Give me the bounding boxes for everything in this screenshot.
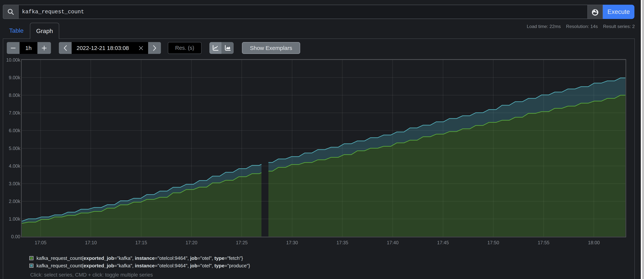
svg-text:17:30: 17:30 [286,240,298,245]
svg-text:4.00k: 4.00k [9,163,20,169]
svg-text:17:55: 17:55 [538,240,550,245]
svg-text:2.00k: 2.00k [9,199,20,204]
svg-text:1.00k: 1.00k [9,216,20,222]
svg-text:10.00k: 10.00k [6,57,20,62]
svg-text:17:05: 17:05 [35,240,46,245]
svg-text:17:35: 17:35 [336,240,348,245]
svg-text:17:45: 17:45 [437,240,449,245]
svg-text:0.00: 0.00 [11,234,20,239]
svg-text:17:50: 17:50 [488,240,499,245]
svg-text:6.00k: 6.00k [9,128,20,133]
svg-text:7.00k: 7.00k [9,110,20,115]
svg-text:5.00k: 5.00k [9,146,20,151]
svg-text:17:10: 17:10 [85,240,97,245]
svg-text:8.00k: 8.00k [9,93,20,98]
svg-text:18:00: 18:00 [588,240,600,245]
svg-text:9.00k: 9.00k [9,75,20,80]
svg-text:17:25: 17:25 [236,240,248,245]
svg-text:17:20: 17:20 [186,240,197,245]
svg-text:17:15: 17:15 [135,240,147,245]
svg-text:17:40: 17:40 [387,240,399,245]
svg-text:3.00k: 3.00k [9,181,20,186]
